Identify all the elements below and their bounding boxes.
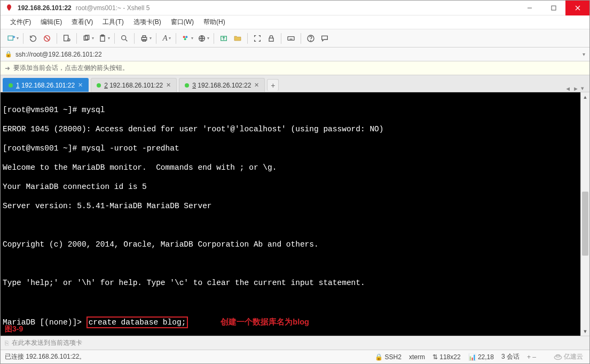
- tab-label: 192.168.26.101:22: [109, 82, 163, 89]
- scrollbar[interactable]: ▲ ▼: [580, 92, 589, 336]
- address-bar: 🔒 ssh://root@192.168.26.101:22 ▾: [1, 48, 589, 61]
- encoding-button[interactable]: ▾: [195, 32, 210, 45]
- tab-close-icon[interactable]: ✕: [254, 82, 259, 89]
- print-button[interactable]: ▾: [138, 32, 153, 45]
- svg-point-10: [68, 38, 70, 41]
- tab-status-dot: [97, 83, 101, 88]
- terminal-line: [root@vms001 ~]# mysql: [3, 105, 578, 115]
- tab-1[interactable]: 1 192.168.26.101:22 ✕: [3, 78, 89, 92]
- svg-line-16: [125, 39, 127, 41]
- tab-number: 2: [104, 82, 108, 89]
- tab-label: 192.168.26.102:22: [198, 82, 251, 89]
- tab-status-dot: [185, 83, 189, 88]
- tab-strip: 1 192.168.26.101:22 ✕ 2 192.168.26.101:2…: [1, 75, 589, 92]
- terminal-line: Type 'help;' or '\h' for help. Type '\c'…: [3, 278, 578, 288]
- paste-button[interactable]: ▾: [96, 32, 111, 45]
- hint-bar: ➜ 要添加当前会话，点击左侧的箭头按钮。: [1, 61, 589, 75]
- status-term: xterm: [409, 353, 425, 361]
- close-button[interactable]: [565, 1, 589, 15]
- figure-label: 图3-9: [5, 324, 23, 334]
- terminal[interactable]: [root@vms001 ~]# mysql ERROR 1045 (28000…: [1, 92, 580, 336]
- properties-button[interactable]: [60, 32, 73, 45]
- svg-line-8: [45, 36, 49, 40]
- menu-file[interactable]: 文件(F): [6, 16, 35, 28]
- annotation-create-db: 创建一个数据库名为blog: [221, 318, 309, 326]
- scroll-track[interactable]: [581, 101, 589, 327]
- scroll-down-icon[interactable]: ▼: [581, 327, 589, 336]
- lock-button[interactable]: [265, 32, 278, 45]
- maximize-button[interactable]: [541, 1, 565, 15]
- svg-rect-26: [269, 38, 273, 41]
- menu-edit[interactable]: 编辑(E): [36, 16, 66, 28]
- svg-point-20: [183, 36, 185, 38]
- menu-tools[interactable]: 工具(T): [98, 16, 128, 28]
- tab-number: 3: [192, 82, 196, 89]
- toolbar: ▾ ▾ ▾ ▾ A▾ ▾ ▾: [1, 29, 589, 48]
- scroll-up-icon[interactable]: ▲: [581, 92, 589, 101]
- tab-number: 1: [16, 82, 20, 89]
- terminal-line: ERROR 1045 (28000): Access denied for us…: [3, 124, 578, 134]
- svg-point-33: [311, 40, 311, 41]
- tab-3[interactable]: 3 192.168.26.102:22 ✕: [179, 78, 265, 92]
- title-ip: 192.168.26.101:22: [18, 4, 72, 12]
- font-button[interactable]: A▾: [160, 32, 172, 45]
- terminal-area: [root@vms001 ~]# mysql ERROR 1045 (28000…: [1, 92, 589, 336]
- brand-watermark: 亿速云: [553, 352, 585, 362]
- hint-arrow-icon[interactable]: ➜: [5, 65, 10, 72]
- status-connection: 已连接 192.168.26.101:22。: [5, 352, 85, 361]
- tab-close-icon[interactable]: ✕: [78, 82, 83, 89]
- menubar: 文件(F) 编辑(E) 查看(V) 工具(T) 选项卡(B) 窗口(W) 帮助(…: [1, 15, 589, 29]
- address-dropdown-icon[interactable]: ▾: [583, 51, 585, 57]
- highlight-create-db: create database blog;: [86, 316, 188, 328]
- status-pos: 📊 22,18: [468, 353, 494, 361]
- tab-2[interactable]: 2 192.168.26.101:22 ✕: [91, 78, 177, 92]
- app-icon: [5, 4, 13, 12]
- menu-window[interactable]: 窗口(W): [167, 16, 198, 28]
- status-bar: 已连接 192.168.26.101:22。 🔒 SSH2 xterm ⇅ 11…: [1, 350, 589, 363]
- folder-button[interactable]: [231, 32, 244, 45]
- tab-prev-icon[interactable]: ◄: [565, 85, 571, 92]
- new-session-button[interactable]: ▾: [5, 32, 20, 45]
- svg-rect-1: [552, 6, 556, 10]
- tab-next-icon[interactable]: ►: [573, 85, 579, 92]
- titlebar: 192.168.26.101:22 root@vms001:~ - Xshell…: [1, 1, 589, 15]
- terminal-line: [3, 220, 578, 230]
- status-size: ⇅ 118x22: [432, 353, 461, 361]
- file-transfer-button[interactable]: [217, 32, 230, 45]
- tab-status-dot: [9, 83, 13, 88]
- keyboard-button[interactable]: [285, 32, 297, 45]
- color-scheme-button[interactable]: ▾: [179, 32, 194, 45]
- terminal-line: Copyright (c) 2000, 2014, Oracle, MariaD…: [3, 240, 578, 249]
- tab-close-icon[interactable]: ✕: [166, 82, 171, 89]
- copy-button[interactable]: ▾: [80, 32, 95, 45]
- lock-icon: 🔒: [5, 51, 12, 58]
- tab-label: 192.168.26.101:22: [21, 82, 75, 89]
- compose-bar[interactable]: ⎘ 在此本发送到当前选项卡: [1, 336, 589, 350]
- terminal-line: Your MariaDB connection id is 5: [3, 182, 578, 192]
- reconnect-button[interactable]: [27, 32, 40, 45]
- terminal-line: [root@vms001 ~]# mysql -uroot -predhat: [3, 144, 578, 153]
- svg-point-21: [185, 36, 187, 38]
- disconnect-button[interactable]: [41, 32, 53, 45]
- svg-rect-27: [288, 36, 294, 40]
- title-rest: root@vms001:~ - Xshell 5: [76, 4, 150, 12]
- address-text[interactable]: ssh://root@192.168.26.101:22: [15, 51, 579, 58]
- terminal-line: Welcome to the MariaDB monitor. Commands…: [3, 163, 578, 172]
- chat-button[interactable]: [318, 32, 331, 45]
- help-button[interactable]: [304, 32, 317, 45]
- fullscreen-button[interactable]: [251, 32, 264, 45]
- terminal-line: Server version: 5.5.41-MariaDB MariaDB S…: [3, 201, 578, 211]
- status-protocol: 🔒 SSH2: [375, 353, 402, 361]
- menu-tabs[interactable]: 选项卡(B): [129, 16, 166, 28]
- menu-view[interactable]: 查看(V): [67, 16, 97, 28]
- terminal-line: [3, 297, 578, 307]
- find-button[interactable]: [118, 32, 131, 45]
- minimize-button[interactable]: [517, 1, 541, 15]
- svg-point-15: [122, 35, 126, 39]
- scroll-thumb[interactable]: [582, 192, 588, 256]
- add-tab-button[interactable]: +: [267, 79, 279, 91]
- menu-help[interactable]: 帮助(H): [199, 16, 230, 28]
- compose-placeholder: 在此本发送到当前选项卡: [12, 338, 82, 347]
- svg-rect-18: [143, 35, 145, 37]
- tab-menu-icon[interactable]: ▾: [581, 85, 584, 92]
